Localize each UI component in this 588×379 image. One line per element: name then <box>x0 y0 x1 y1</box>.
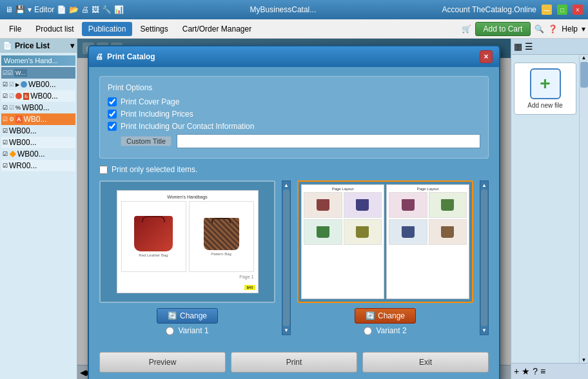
only-selected-label: Print only selected items. <box>112 165 197 174</box>
add-to-cart-button[interactable]: Add to Cart <box>475 22 531 36</box>
tool2-icon[interactable]: 📊 <box>114 5 124 14</box>
title-bar: 🖥 💾 ▾ Editor 📄 📂 🖨 🖼 🔧 📊 MyBusinessCatal… <box>0 0 588 19</box>
sidebar-row-header[interactable]: ☑☑ W... <box>1 67 75 79</box>
list-item[interactable]: ☑ WB00... <box>1 125 75 137</box>
variant1-radio-row: Variant 1 <box>99 326 275 335</box>
include-contact-checkbox[interactable] <box>108 122 117 131</box>
scrollbar-thumb-right-panel[interactable] <box>580 62 588 88</box>
question-icon[interactable]: ? <box>533 366 538 376</box>
list-item[interactable]: ☑ ☑ ▶ WB00... <box>1 79 75 90</box>
variant2-change-button[interactable]: 🔄 Change <box>355 308 416 324</box>
account-info: Account TheCatalog.Online <box>442 5 536 14</box>
variant1-container: Women's Handbags Red Leather B <box>99 180 275 335</box>
variant2-radio-row: Variant 2 <box>297 326 473 335</box>
add-file-icon: + <box>530 68 561 99</box>
only-selected-checkbox[interactable] <box>99 166 108 174</box>
variant-scrollbar-right[interactable]: ▲ ▼ <box>480 180 489 335</box>
variant-scrollbar[interactable]: ▲ ▼ <box>282 180 291 335</box>
scroll-down-arrow-right[interactable]: ▼ <box>482 327 487 333</box>
sidebar-items: Women's Hand... ☑☑ W... ☑ ☑ ▶ WB00... ☑ … <box>0 53 77 173</box>
menu-item-settings[interactable]: Settings <box>133 22 174 36</box>
menu-item-product-list[interactable]: Product list <box>29 22 80 36</box>
menu-icon[interactable]: ≡ <box>540 366 545 376</box>
only-selected-row: Print only selected items. <box>99 165 489 174</box>
image-icon[interactable]: 🖼 <box>92 5 99 14</box>
list-item-highlighted[interactable]: ☑ ⚙ A WB0... <box>1 113 75 125</box>
variants-area: Women's Handbags Red Leather B <box>99 180 489 335</box>
right-panel-body: + Add new file ▲ ▼ <box>511 55 588 363</box>
scroll-down-arrow[interactable]: ▼ <box>284 327 289 333</box>
add-new-file-card[interactable]: + Add new file <box>514 63 576 115</box>
save-icon[interactable]: 💾 <box>15 5 25 14</box>
dropdown-icon[interactable]: ▾ <box>28 5 32 14</box>
open-icon[interactable]: 📂 <box>69 5 79 14</box>
checkbox-contact: Print Including Our Contact Information <box>108 122 480 131</box>
list-item[interactable]: ☑ ☑ % WB00... <box>1 102 75 113</box>
include-contact-label: Print Including Our Contact Information <box>121 122 254 131</box>
modal-close-button[interactable]: × <box>480 50 493 63</box>
add-file-label: Add new file <box>527 102 562 109</box>
modal-body: Print Options Print Cover Page Print Inc… <box>89 67 499 352</box>
print-catalog-title-icon: 🖨 <box>95 52 103 61</box>
pricelist-dropdown-icon[interactable]: ▾ <box>70 41 74 50</box>
minimize-button[interactable]: — <box>542 5 552 15</box>
checkbox-prices: Print Including Prices <box>108 110 480 119</box>
cover-page-label: Print Cover Page <box>121 97 179 106</box>
add-icon[interactable]: + <box>514 366 519 376</box>
right-panel-content: + Add new file <box>511 55 579 363</box>
sidebar-section-label: Women's Hand... <box>1 55 75 66</box>
scroll-up-arrow[interactable]: ▲ <box>284 182 289 188</box>
preview-button[interactable]: Preview <box>99 352 226 373</box>
close-button[interactable]: × <box>573 5 583 15</box>
right-panel: ▦ ☰ + Add new file ▲ ▼ + ★ ? <box>511 39 588 379</box>
include-prices-label: Print Including Prices <box>121 110 193 119</box>
variant2-radio[interactable] <box>364 327 372 335</box>
custom-title-input[interactable] <box>177 134 480 148</box>
app-logo: 🖥 <box>5 5 13 14</box>
right-panel-scrollbar[interactable]: ▲ ▼ <box>579 55 588 363</box>
print-catalog-dialog: 🖨 Print Catalog × Print Options Print Co… <box>88 45 500 379</box>
pricelist-icon: 📄 <box>3 41 12 50</box>
new-icon[interactable]: 📄 <box>57 5 66 14</box>
variant2-container: Page Layout <box>297 180 473 335</box>
checkbox-cover-page: Print Cover Page <box>108 97 480 106</box>
tool1-icon[interactable]: 🔧 <box>102 5 112 14</box>
list-view-icon-right[interactable]: ☰ <box>525 41 533 52</box>
sidebar-header: 📄 Price List ▾ <box>0 39 77 53</box>
star-icon[interactable]: ★ <box>522 366 530 376</box>
variant2-label: Variant 2 <box>376 326 406 335</box>
change2-icon: 🔄 <box>366 311 375 320</box>
list-item[interactable]: ☑ WB00... <box>1 137 75 148</box>
menu-item-publication[interactable]: Publication <box>82 22 133 36</box>
menu-item-cart-order[interactable]: Cart/Order Manager <box>176 22 258 36</box>
scrollbar-down[interactable]: ▼ <box>582 357 587 363</box>
help-dropdown-icon[interactable]: ▾ <box>582 24 585 34</box>
list-item[interactable]: ☑ 🔶 WB00... <box>1 148 75 160</box>
print-icon[interactable]: 🖨 <box>81 5 89 14</box>
scrollbar-thumb-right[interactable] <box>481 190 487 326</box>
grid-view-icon-right[interactable]: ▦ <box>514 41 522 52</box>
sidebar: 📄 Price List ▾ Women's Hand... ☑☑ W... ☑… <box>0 39 77 379</box>
scrollbar-thumb[interactable] <box>283 190 289 326</box>
editor-label: Editor <box>34 5 54 14</box>
zoom-icon[interactable]: 🔍 <box>534 24 544 34</box>
variant1-label: Variant 1 <box>178 326 208 335</box>
menu-bar: File Product list Publication Settings C… <box>0 19 588 39</box>
help-label[interactable]: Help <box>562 24 578 34</box>
list-item[interactable]: ☑ WR00... <box>1 160 75 171</box>
title-bar-right: Account TheCatalog.Online — □ × <box>442 5 583 15</box>
list-item[interactable]: ☑ ☑ Б WB00... <box>1 90 75 102</box>
print-button[interactable]: Print <box>231 352 357 373</box>
print-options-section: Print Options Print Cover Page Print Inc… <box>99 76 489 159</box>
variant1-change-button[interactable]: 🔄 Change <box>157 308 218 324</box>
exit-button[interactable]: Exit <box>362 352 489 373</box>
change-icon: 🔄 <box>168 311 177 320</box>
include-prices-checkbox[interactable] <box>108 110 117 119</box>
menu-item-file[interactable]: File <box>3 22 28 36</box>
cover-page-checkbox[interactable] <box>108 97 117 106</box>
scrollbar-up[interactable]: ▲ <box>582 55 587 61</box>
maximize-button[interactable]: □ <box>557 5 567 15</box>
variant1-radio[interactable] <box>166 327 174 335</box>
scroll-up-arrow-right[interactable]: ▲ <box>482 182 487 188</box>
custom-title-badge: Custom Title <box>121 136 172 146</box>
